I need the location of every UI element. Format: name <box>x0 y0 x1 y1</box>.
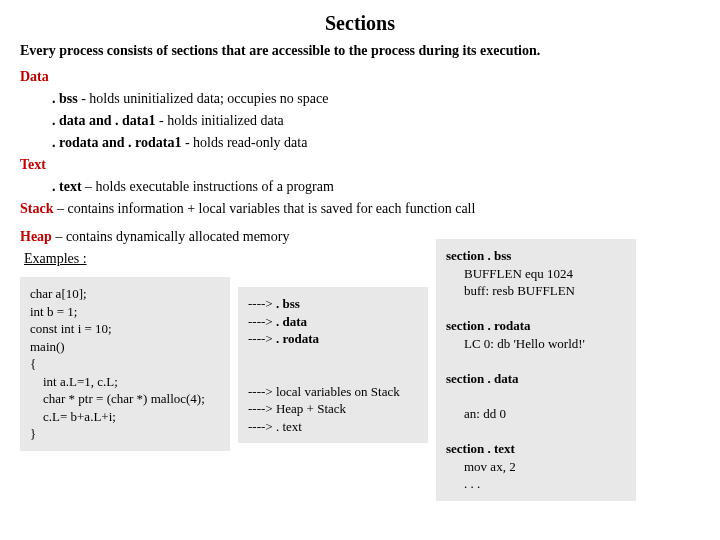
data-line: . data and . data1 - holds initialized d… <box>52 113 700 129</box>
text-name: . text <box>52 179 82 194</box>
c-code-block: char a[10]; int b = 1; const int i = 10;… <box>20 277 230 451</box>
code-line: int a.L=1, c.L; <box>30 373 220 391</box>
asm-line: section . rodata <box>446 317 626 335</box>
asm-line: . . . <box>464 475 626 493</box>
map-line: ----> . rodata <box>248 330 418 348</box>
bss-desc: - holds uninitialized data; occupies no … <box>78 91 329 106</box>
code-line: const int i = 10; <box>30 320 220 338</box>
bss-line: . bss - holds uninitialized data; occupi… <box>52 91 700 107</box>
code-line: char * ptr = (char *) malloc(4); <box>30 390 220 408</box>
map-line <box>248 365 418 383</box>
asm-line: an: dd 0 <box>464 405 626 423</box>
heap-desc: – contains dynamically allocated memory <box>52 229 290 244</box>
asm-line <box>446 352 626 370</box>
page-title: Sections <box>20 12 700 35</box>
rodata-desc: - holds read-only data <box>181 135 307 150</box>
asm-line <box>446 387 626 405</box>
data-name: . data and . data1 <box>52 113 155 128</box>
code-line: int b = 1; <box>30 303 220 321</box>
rodata-name: . rodata and . rodata1 <box>52 135 181 150</box>
code-line: char a[10]; <box>30 285 220 303</box>
map-line: ----> . text <box>248 418 418 436</box>
mapping-block: ----> . bss ----> . data ----> . rodata … <box>238 287 428 443</box>
map-line: ----> . data <box>248 313 418 331</box>
asm-line: section . data <box>446 370 626 388</box>
stack-line: Stack – contains information + local var… <box>20 201 700 217</box>
stack-desc: – contains information + local variables… <box>53 201 475 216</box>
asm-line: LC 0: db 'Hello world!' <box>464 335 626 353</box>
asm-line: section . bss <box>446 247 626 265</box>
asm-line: section . text <box>446 440 626 458</box>
heap-label: Heap <box>20 229 52 244</box>
rodata-line: . rodata and . rodata1 - holds read-only… <box>52 135 700 151</box>
map-line: ----> Heap + Stack <box>248 400 418 418</box>
data-heading: Data <box>20 69 700 85</box>
intro-text: Every process consists of sections that … <box>20 43 700 59</box>
asm-line <box>446 300 626 318</box>
map-line <box>248 348 418 366</box>
asm-line: mov ax, 2 <box>464 458 626 476</box>
bss-name: . bss <box>52 91 78 106</box>
text-desc: – holds executable instructions of a pro… <box>82 179 334 194</box>
code-line: { <box>30 355 220 373</box>
stack-label: Stack <box>20 201 53 216</box>
code-line: c.L= b+a.L+i; <box>30 408 220 426</box>
data-desc: - holds initialized data <box>155 113 283 128</box>
asm-line: BUFFLEN equ 1024 <box>464 265 626 283</box>
text-line: . text – holds executable instructions o… <box>52 179 700 195</box>
code-example-row: char a[10]; int b = 1; const int i = 10;… <box>20 277 700 501</box>
code-line: } <box>30 425 220 443</box>
asm-block: section . bss BUFFLEN equ 1024 buff: res… <box>436 239 636 501</box>
code-line: main() <box>30 338 220 356</box>
asm-line: buff: resb BUFFLEN <box>464 282 626 300</box>
map-line: ----> local variables on Stack <box>248 383 418 401</box>
map-line: ----> . bss <box>248 295 418 313</box>
asm-line <box>446 422 626 440</box>
text-heading: Text <box>20 157 700 173</box>
